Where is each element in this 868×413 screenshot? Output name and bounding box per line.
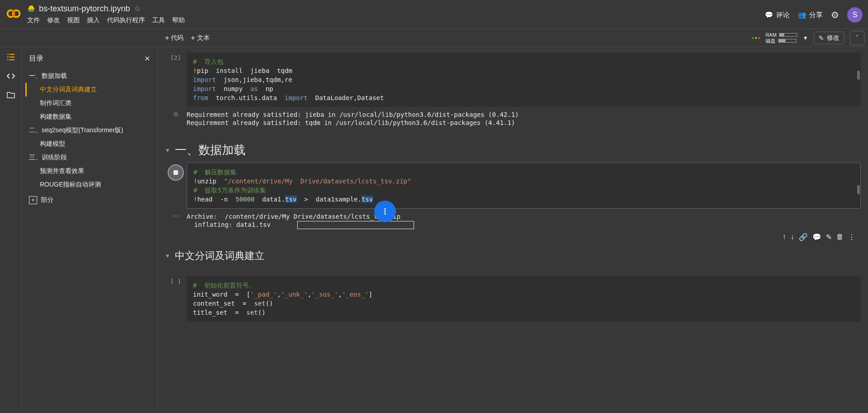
code-cell-3: [ ] # 初始化前置符号。 init_word = ['_pad_','_un… <box>165 276 861 322</box>
cell-toolbar: ↑ ↓ 🔗 💬 ✎ 🗑 ⋮ <box>781 231 857 243</box>
notebook-content[interactable]: [2] # 导入包 !pip install jieba tqdm import… <box>158 47 868 413</box>
menu-view[interactable]: 视图 <box>67 16 80 24</box>
collapse-button[interactable]: ˆ <box>850 31 864 45</box>
run-button[interactable] <box>168 164 184 181</box>
toolbar: + 代码 + 文本 RAM 磁盘 ▼ ✎ 修改 ˆ <box>0 29 868 47</box>
comment-cell-icon[interactable]: 💬 <box>812 233 821 241</box>
output-toggle-icon[interactable]: ⎘ <box>174 110 178 129</box>
drive-icon <box>27 5 35 13</box>
connection-dots <box>752 37 760 39</box>
add-code-label: 代码 <box>171 34 183 42</box>
link-icon[interactable]: 🔗 <box>799 233 808 241</box>
toc-item-rouge[interactable]: ROUGE指标自动评测 <box>25 178 154 192</box>
files-icon[interactable] <box>5 90 16 101</box>
code-editor[interactable]: # 解压数据集 !unzip "/content/drive/My Drive/… <box>187 163 861 209</box>
edit-mode-label: 修改 <box>827 34 839 42</box>
comment-button[interactable]: 💬 评论 <box>765 11 790 19</box>
avatar-letter: S <box>853 11 858 19</box>
star-icon[interactable]: ☆ <box>134 4 141 14</box>
toc-item-vocab[interactable]: 制作词汇类 <box>25 96 154 110</box>
code-snippets-icon[interactable] <box>5 71 16 82</box>
svg-marker-4 <box>28 10 35 12</box>
ram-label: RAM <box>766 32 776 38</box>
svg-rect-5 <box>7 54 9 55</box>
resource-meter[interactable]: RAM 磁盘 <box>766 32 797 44</box>
output-more-icon[interactable]: ⋯ <box>173 212 179 231</box>
gear-icon[interactable]: ⚙ <box>831 10 839 20</box>
add-section-button[interactable]: + 部分 <box>25 192 154 209</box>
code-cell-1: [2] # 导入包 !pip install jieba tqdm import… <box>165 53 861 129</box>
code-editor[interactable]: # 导入包 !pip install jieba tqdm import jso… <box>187 53 861 107</box>
colab-logo[interactable] <box>5 5 24 24</box>
heading-text: 中文分词及词典建立 <box>175 249 265 263</box>
resource-dropdown-icon[interactable]: ▼ <box>803 35 808 41</box>
menu-help[interactable]: 帮助 <box>172 16 185 24</box>
exec-count: [ ] <box>170 278 181 285</box>
plus-icon: + <box>191 34 195 42</box>
avatar[interactable]: S <box>847 7 863 23</box>
comment-icon: 💬 <box>765 11 773 19</box>
add-text-label: 文本 <box>197 34 210 42</box>
sidebar-title: 目录 <box>29 54 43 63</box>
pencil-icon: ✎ <box>819 34 824 42</box>
svg-rect-6 <box>10 54 14 55</box>
output-text: Archive: /content/drive/My Drive/dataset… <box>187 211 861 231</box>
sidebar: 目录 × 一、数据加载 中文分词及词典建立 制作词汇类 构建数据集 二、seq2… <box>22 47 158 413</box>
share-button[interactable]: 👥 分享 <box>798 11 823 19</box>
toc-item-seq2seq[interactable]: 二、seq2seq模型(Transformer版) <box>25 124 154 137</box>
svg-rect-9 <box>7 59 9 60</box>
scrollbar-indicator[interactable] <box>857 185 860 194</box>
code-cell-2: # 解压数据集 !unzip "/content/drive/My Drive/… <box>165 163 861 231</box>
menu-tools[interactable]: 工具 <box>152 16 165 24</box>
close-icon[interactable]: × <box>145 53 150 64</box>
plus-box-icon: + <box>29 196 37 204</box>
toc-icon[interactable] <box>5 52 16 62</box>
svg-rect-8 <box>10 57 14 58</box>
svg-rect-10 <box>10 59 14 60</box>
move-up-icon[interactable]: ↑ <box>782 233 786 241</box>
toc-item-data-load[interactable]: 一、数据加载 <box>25 69 154 83</box>
share-label: 分享 <box>809 11 823 19</box>
menu-insert[interactable]: 插入 <box>87 16 100 24</box>
add-code-button[interactable]: + 代码 <box>161 32 187 44</box>
scrollbar-indicator[interactable] <box>857 71 860 80</box>
menu-file[interactable]: 文件 <box>27 16 40 24</box>
exec-count: [2] <box>170 54 181 61</box>
heading-cell-1[interactable]: ▼ 一、数据加载 <box>165 138 861 163</box>
menu-bar: 文件 修改 视图 插入 代码执行程序 工具 帮助 <box>27 16 765 24</box>
toc-item-predict[interactable]: 预测并查看效果 <box>25 164 154 178</box>
svg-marker-3 <box>28 5 35 9</box>
chevron-up-icon: ˆ <box>856 34 858 42</box>
collapse-arrow-icon[interactable]: ▼ <box>165 253 170 259</box>
menu-runtime[interactable]: 代码执行程序 <box>107 16 145 24</box>
heading-cell-2[interactable]: ▼ 中文分词及词典建立 <box>165 245 861 267</box>
toc-item-tokenize[interactable]: 中文分词及词典建立 <box>25 83 154 96</box>
progress-box <box>297 221 414 229</box>
delete-cell-icon[interactable]: 🗑 <box>836 233 844 241</box>
plus-icon: + <box>165 34 169 42</box>
edit-mode-button[interactable]: ✎ 修改 <box>814 32 844 44</box>
collapse-arrow-icon[interactable]: ▼ <box>165 147 170 154</box>
code-editor[interactable]: # 初始化前置符号。 init_word = ['_pad_','_unk_',… <box>187 276 861 322</box>
heading-text: 一、数据加载 <box>175 142 246 158</box>
add-text-button[interactable]: + 文本 <box>187 32 213 44</box>
heading-cell-wrapper: ↑ ↓ 🔗 💬 ✎ 🗑 ⋮ ▼ 中文分词及词典建立 <box>165 245 861 267</box>
share-icon: 👥 <box>798 11 806 19</box>
move-down-icon[interactable]: ↓ <box>791 233 794 241</box>
output-text: Requirement already satisfied: jieba in … <box>187 109 861 129</box>
header: bs-textsum-pytorch.ipynb ☆ 文件 修改 视图 插入 代… <box>0 0 868 29</box>
svg-rect-11 <box>174 170 178 175</box>
menu-edit[interactable]: 修改 <box>47 16 60 24</box>
svg-rect-7 <box>7 57 9 58</box>
notebook-title[interactable]: bs-textsum-pytorch.ipynb <box>39 4 130 14</box>
comment-label: 评论 <box>776 11 790 19</box>
toc-item-build-model[interactable]: 构建模型 <box>25 137 154 151</box>
toc-item-training[interactable]: 三、训练阶段 <box>25 151 154 164</box>
add-section-label: 部分 <box>41 196 53 204</box>
toc-item-dataset[interactable]: 构建数据集 <box>25 110 154 124</box>
more-icon[interactable]: ⋮ <box>848 233 855 241</box>
edit-cell-icon[interactable]: ✎ <box>826 233 832 241</box>
disk-label: 磁盘 <box>766 38 776 44</box>
left-rail <box>0 47 22 413</box>
